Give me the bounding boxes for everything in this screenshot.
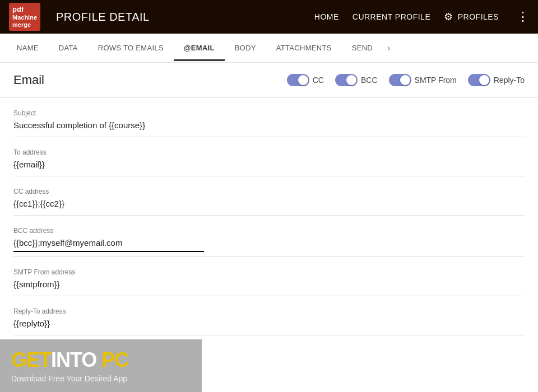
toggle-bcc-switch[interactable] bbox=[335, 74, 358, 86]
watermark-pc: PC bbox=[96, 348, 128, 371]
field-bcc-address-label: BCC address bbox=[13, 227, 525, 235]
logo-box: pdf Machinemerge bbox=[9, 3, 40, 31]
field-subject-value[interactable]: Successful completion of {{course}} bbox=[13, 120, 525, 132]
watermark-text: GETINTO PC bbox=[11, 348, 191, 372]
field-bcc-address: BCC address {{bcc}};myself@myemail.com bbox=[13, 216, 525, 257]
header: pdf Machinemerge PROFILE DETAIL HOME CUR… bbox=[0, 0, 538, 34]
field-smtp-from-label: SMTP From address bbox=[13, 268, 525, 276]
tab-send[interactable]: SEND bbox=[342, 35, 383, 61]
toggle-reply-to: Reply-To bbox=[468, 74, 525, 86]
toggle-reply-to-label: Reply-To bbox=[494, 76, 525, 85]
form-section: Subject Successful completion of {{cours… bbox=[0, 98, 538, 335]
tab-at-email[interactable]: @EMAIL bbox=[174, 35, 225, 61]
tabs-bar: NAME DATA ROWS TO EMAILS @EMAIL BODY ATT… bbox=[0, 34, 538, 63]
field-reply-to-value[interactable]: {{replyto}} bbox=[13, 319, 525, 330]
watermark-into: INTO bbox=[51, 348, 96, 371]
main-wrapper: Email CC BCC SMTP From Reply-To bbox=[0, 63, 538, 392]
tab-rows-to-emails[interactable]: ROWS TO EMAILS bbox=[88, 35, 174, 61]
tabs-arrow-right[interactable]: › bbox=[383, 34, 395, 62]
toggle-cc-label: CC bbox=[313, 76, 324, 85]
field-to-address: To address {{email}} bbox=[13, 137, 525, 176]
toggles-group: CC BCC SMTP From Reply-To bbox=[287, 74, 525, 86]
more-menu-icon[interactable]: ⋮ bbox=[517, 10, 529, 24]
toggle-reply-to-switch[interactable] bbox=[468, 74, 490, 86]
header-nav: HOME CURRENT PROFILE ⚙ PROFILES ⋮ bbox=[314, 10, 529, 24]
field-cc-address: CC address {{cc1}};{{cc2}} bbox=[13, 176, 525, 216]
tab-name[interactable]: NAME bbox=[7, 35, 49, 61]
field-to-address-label: To address bbox=[13, 148, 525, 156]
field-bcc-address-value[interactable]: {{bcc}};myself@myemail.com bbox=[13, 238, 525, 250]
field-bcc-underline bbox=[13, 251, 204, 252]
email-section-title: Email bbox=[13, 73, 287, 87]
gear-icon: ⚙ bbox=[444, 11, 453, 23]
logo: pdf Machinemerge bbox=[9, 3, 45, 31]
field-to-address-value[interactable]: {{email}} bbox=[13, 160, 525, 171]
tab-attachments[interactable]: ATTACHMENTS bbox=[266, 35, 342, 61]
field-cc-address-value[interactable]: {{cc1}};{{cc2}} bbox=[13, 199, 525, 211]
watermark-overlay: GETINTO PC Download Free Your Desired Ap… bbox=[0, 339, 202, 392]
logo-pdf: pdf bbox=[12, 5, 37, 14]
toggle-bcc-label: BCC bbox=[361, 76, 378, 85]
toggle-cc: CC bbox=[287, 74, 324, 86]
field-cc-address-label: CC address bbox=[13, 188, 525, 195]
field-reply-to-label: Reply-To address bbox=[13, 307, 525, 315]
tab-body[interactable]: BODY bbox=[225, 35, 266, 61]
email-section-header: Email CC BCC SMTP From Reply-To bbox=[0, 63, 538, 98]
toggle-smtp-from: SMTP From bbox=[389, 74, 457, 86]
field-subject-label: Subject bbox=[13, 109, 525, 117]
nav-current-profile[interactable]: CURRENT PROFILE bbox=[353, 12, 430, 21]
toggle-cc-switch[interactable] bbox=[287, 74, 309, 86]
nav-profiles[interactable]: ⚙ PROFILES bbox=[444, 11, 499, 23]
watermark-subtext: Download Free Your Desired App bbox=[11, 374, 191, 383]
watermark-get: GET bbox=[11, 348, 51, 371]
toggle-bcc: BCC bbox=[335, 74, 378, 86]
field-smtp-from-value[interactable]: {{smtpfrom}} bbox=[13, 279, 525, 291]
field-smtp-from: SMTP From address {{smtpfrom}} bbox=[13, 257, 525, 296]
nav-home[interactable]: HOME bbox=[314, 12, 339, 21]
field-subject: Subject Successful completion of {{cours… bbox=[13, 98, 525, 137]
toggle-smtp-from-label: SMTP From bbox=[415, 76, 457, 85]
tab-data[interactable]: DATA bbox=[49, 35, 88, 61]
page-title: PROFILE DETAIL bbox=[56, 11, 314, 24]
field-reply-to: Reply-To address {{replyto}} bbox=[13, 296, 525, 335]
logo-machine: Machinemerge bbox=[12, 14, 37, 29]
toggle-smtp-from-switch[interactable] bbox=[389, 74, 411, 86]
